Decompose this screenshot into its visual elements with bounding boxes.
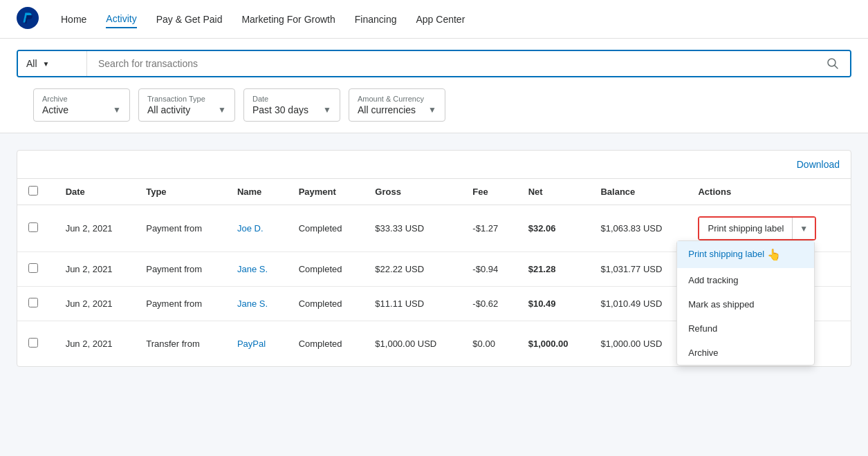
- filter-value-row-1: All activity ▼: [147, 104, 226, 115]
- nav-link-activity[interactable]: Activity: [106, 10, 136, 28]
- net-value-2: $10.49: [528, 298, 556, 309]
- select-all-checkbox[interactable]: [28, 186, 38, 196]
- filters-row: Archive Active ▼ Transaction Type All ac…: [17, 88, 851, 133]
- row-gross-1: $22.22 USD: [364, 252, 461, 287]
- row-payment-2: Completed: [288, 287, 364, 321]
- row-date-2: Jun 2, 2021: [55, 287, 136, 321]
- action-toggle-btn-0[interactable]: ▼: [792, 218, 815, 239]
- row-name-3[interactable]: PayPal: [226, 321, 288, 367]
- filter-label-1: Transaction Type: [147, 95, 226, 103]
- row-checkbox-1[interactable]: [28, 263, 38, 273]
- row-name-2[interactable]: Jane S.: [226, 287, 288, 321]
- action-dropdown-group-0[interactable]: Print shipping label ▼ Print shipping la…: [698, 216, 816, 240]
- row-payment-3: Completed: [288, 321, 364, 367]
- filter-dropdown-3[interactable]: Amount & Currency All currencies ▼: [349, 88, 445, 122]
- row-gross-2: $11.11 USD: [364, 287, 461, 321]
- col-header-fee: Fee: [461, 179, 517, 205]
- chevron-down-icon: ▼: [43, 60, 50, 68]
- row-gross-0: $33.33 USD: [364, 205, 461, 252]
- row-fee-0: -$1.27: [461, 205, 517, 252]
- name-link-2[interactable]: Jane S.: [237, 298, 268, 309]
- row-net-3: $1,000.00: [517, 321, 590, 367]
- col-header-date: Date: [55, 179, 136, 205]
- row-payment-0: Completed: [288, 205, 364, 252]
- table-header-row: Download: [17, 151, 851, 179]
- action-main-btn-0[interactable]: Print shipping label: [699, 218, 792, 239]
- nav-link-financing[interactable]: Financing: [355, 11, 397, 28]
- filter-dropdown-0[interactable]: Archive Active ▼: [33, 88, 130, 122]
- paypal-logo: [17, 7, 39, 31]
- row-type-3: Transfer from: [135, 321, 226, 367]
- filter-label-3: Amount & Currency: [358, 95, 436, 103]
- row-type-2: Payment from: [135, 287, 226, 321]
- row-net-2: $10.49: [517, 287, 590, 321]
- row-net-1: $21.28: [517, 252, 590, 287]
- dropdown-item-0-1[interactable]: Add tracking: [677, 268, 814, 292]
- col-header-type: Type: [135, 179, 226, 205]
- nav-links: HomeActivityPay & Get PaidMarketing For …: [61, 10, 465, 28]
- row-gross-3: $1,000.00 USD: [364, 321, 461, 367]
- download-link[interactable]: Download: [797, 159, 840, 170]
- table-header: DateTypeNamePaymentGrossFeeNetBalanceAct…: [17, 179, 851, 205]
- nav-link-pay--get-paid[interactable]: Pay & Get Paid: [156, 11, 223, 28]
- dropdown-item-0-3[interactable]: Refund: [677, 316, 814, 341]
- col-header-actions: Actions: [687, 179, 851, 205]
- navbar: HomeActivityPay & Get PaidMarketing For …: [0, 0, 868, 39]
- transactions-table: DateTypeNamePaymentGrossFeeNetBalanceAct…: [17, 179, 851, 366]
- row-name-1[interactable]: Jane S.: [226, 252, 288, 287]
- row-date-3: Jun 2, 2021: [55, 321, 136, 367]
- col-header-payment: Payment: [288, 179, 364, 205]
- filter-value-row-0: Active ▼: [42, 104, 121, 115]
- main-content: Download DateTypeNamePaymentGrossFeeNetB…: [0, 133, 868, 383]
- search-input[interactable]: [87, 51, 815, 76]
- search-type-dropdown[interactable]: All ▼: [18, 51, 87, 76]
- dropdown-item-0-4[interactable]: Archive: [677, 341, 814, 365]
- row-name-0[interactable]: Joe D.: [226, 205, 288, 252]
- row-checkbox-0[interactable]: [28, 222, 38, 232]
- row-fee-1: -$0.94: [461, 252, 517, 287]
- dropdown-item-0-0[interactable]: Print shipping label👆: [677, 241, 814, 268]
- row-fee-2: -$0.62: [461, 287, 517, 321]
- name-link-0[interactable]: Joe D.: [237, 223, 264, 234]
- nav-link-marketing-for-growth[interactable]: Marketing For Growth: [241, 11, 335, 28]
- col-header-name: Name: [226, 179, 288, 205]
- filter-value-3: All currencies: [358, 104, 416, 115]
- filter-value-row-3: All currencies ▼: [358, 104, 436, 115]
- table-container: Download DateTypeNamePaymentGrossFeeNetB…: [17, 150, 851, 367]
- table-row: Jun 2, 2021Payment fromJoe D.Completed$3…: [17, 205, 851, 252]
- action-dropdown-menu-0: Print shipping label👆 Add tracking Mark …: [676, 240, 815, 365]
- name-link-3[interactable]: PayPal: [237, 339, 266, 349]
- chevron-down-icon-0: ▼: [113, 105, 121, 115]
- search-section: All ▼ Archive Active ▼ Transaction Type …: [0, 39, 868, 133]
- net-value-3: $1,000.00: [528, 339, 569, 349]
- col-header-gross: Gross: [364, 179, 461, 205]
- filter-value-1: All activity: [147, 104, 190, 115]
- filter-value-2: Past 30 days: [252, 104, 308, 115]
- nav-link-app-center[interactable]: App Center: [416, 11, 465, 28]
- filter-label-0: Archive: [42, 95, 121, 103]
- net-value-0: $32.06: [528, 223, 556, 234]
- name-link-1[interactable]: Jane S.: [237, 264, 268, 274]
- row-fee-3: $0.00: [461, 321, 517, 367]
- search-button[interactable]: [815, 51, 850, 76]
- filter-dropdown-1[interactable]: Transaction Type All activity ▼: [138, 88, 235, 122]
- row-type-0: Payment from: [135, 205, 226, 252]
- filter-label-2: Date: [252, 95, 331, 103]
- row-payment-1: Completed: [288, 252, 364, 287]
- dropdown-item-0-2[interactable]: Mark as shipped: [677, 292, 814, 316]
- filter-value-row-2: Past 30 days ▼: [252, 104, 331, 115]
- search-bar: All ▼: [17, 50, 851, 77]
- filter-dropdown-2[interactable]: Date Past 30 days ▼: [243, 88, 340, 122]
- chevron-down-icon-2: ▼: [323, 105, 331, 115]
- col-header-net: Net: [517, 179, 590, 205]
- row-actions-0: Print shipping label ▼ Print shipping la…: [687, 205, 851, 252]
- col-header-balance: Balance: [589, 179, 687, 205]
- row-net-0: $32.06: [517, 205, 590, 252]
- cursor-icon: 👆: [767, 248, 781, 261]
- row-checkbox-3[interactable]: [28, 338, 38, 348]
- nav-link-home[interactable]: Home: [61, 11, 86, 28]
- row-checkbox-2[interactable]: [28, 298, 38, 307]
- row-type-1: Payment from: [135, 252, 226, 287]
- net-value-1: $21.28: [528, 264, 556, 274]
- svg-line-2: [835, 66, 838, 69]
